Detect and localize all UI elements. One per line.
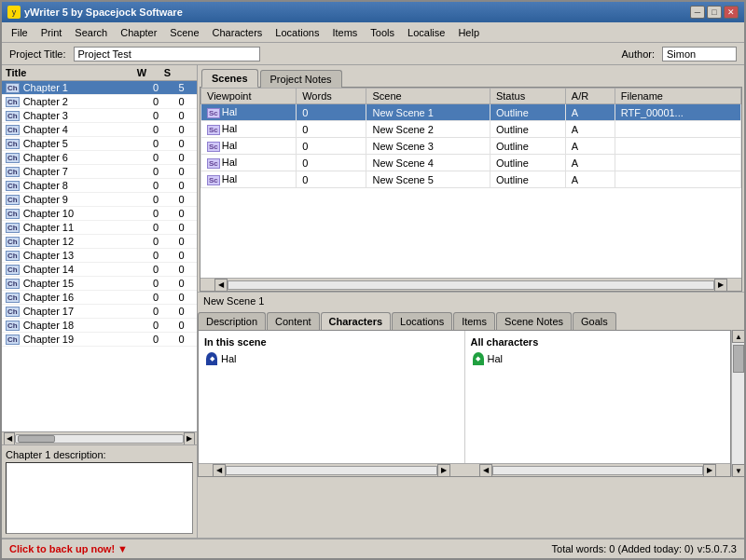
bottom-tab-goals[interactable]: Goals [573, 312, 616, 330]
scenes-scroll-track[interactable] [228, 280, 714, 290]
chapter-row-11[interactable]: Ch Chapter 11 0 0 [2, 221, 197, 235]
menu-locations[interactable]: Locations [269, 25, 325, 40]
chapter-icon-16: Ch [6, 293, 20, 303]
chapter-row-7[interactable]: Ch Chapter 7 0 0 [2, 165, 197, 179]
chapter-row-18[interactable]: Ch Chapter 18 0 0 [2, 319, 197, 333]
tab-scenes[interactable]: Scenes [201, 69, 258, 88]
menu-tools[interactable]: Tools [365, 25, 400, 40]
scene-filename-4 [615, 155, 740, 171]
chapter-row-6[interactable]: Ch Chapter 6 0 0 [2, 151, 197, 165]
bottom-tab-items[interactable]: Items [453, 312, 495, 330]
bottom-scroll-left-l[interactable]: ◀ [213, 464, 226, 477]
menu-chapter[interactable]: Chapter [115, 25, 162, 40]
close-button[interactable]: ✕ [724, 6, 739, 19]
scene-status-1: Outline [490, 104, 565, 121]
chapter-label-14: Chapter 14 [23, 264, 74, 275]
chapter-row-1[interactable]: Ch Chapter 1 0 5 [2, 81, 197, 95]
scene-row-1[interactable]: ScHal 0 New Scene 1 Outline A RTF_00001.… [201, 104, 741, 121]
chapter-row-3[interactable]: Ch Chapter 3 0 0 [2, 109, 197, 123]
bottom-scroll-track-r[interactable] [492, 466, 704, 475]
scroll-right-arrow[interactable]: ▶ [184, 432, 195, 445]
scene-filename-3 [615, 138, 740, 155]
chapter-row-14[interactable]: Ch Chapter 14 0 0 [2, 263, 197, 277]
chapter-name-18: Ch Chapter 18 [6, 320, 142, 331]
bottom-tab-locations[interactable]: Locations [392, 312, 452, 330]
chapter-row-4[interactable]: Ch Chapter 4 0 0 [2, 123, 197, 137]
chapter-label-5: Chapter 5 [23, 138, 68, 149]
menu-help[interactable]: Help [452, 25, 485, 40]
scene-row-2[interactable]: ScHal 0 New Scene 2 Outline A [201, 121, 741, 138]
bottom-scroll-left-r[interactable]: ◀ [479, 464, 492, 477]
chapter-icon-6: Ch [6, 153, 20, 163]
chapter-row-15[interactable]: Ch Chapter 15 0 0 [2, 277, 197, 291]
chapter-name-1: Ch Chapter 1 [6, 82, 142, 93]
chapter-row-8[interactable]: Ch Chapter 8 0 0 [2, 179, 197, 193]
tab-project-notes[interactable]: Project Notes [260, 70, 342, 88]
h-scrollbar-thumb[interactable] [18, 435, 55, 443]
chapter-row-16[interactable]: Ch Chapter 16 0 0 [2, 291, 197, 305]
bottom-content: In this scene ◆ Hal All characters [198, 330, 731, 477]
menu-characters[interactable]: Characters [207, 25, 269, 40]
scene-row-3[interactable]: ScHal 0 New Scene 3 Outline A [201, 138, 741, 155]
chapter-name-5: Ch Chapter 5 [6, 138, 142, 149]
chapter-row-2[interactable]: Ch Chapter 2 0 0 [2, 95, 197, 109]
bottom-scroll-track-l[interactable] [226, 466, 437, 475]
bottom-scroll-thumb-v[interactable] [733, 345, 744, 373]
menu-localise[interactable]: Localise [402, 25, 450, 40]
chapter-row-19[interactable]: Ch Chapter 19 0 0 [2, 333, 197, 347]
chapter-icon-4: Ch [6, 125, 20, 135]
bottom-tab-content[interactable]: Content [267, 312, 320, 330]
menu-search[interactable]: Search [69, 25, 113, 40]
chapter-s-1: 5 [170, 82, 193, 93]
chapter-label-6: Chapter 6 [23, 152, 68, 163]
bottom-scroll-up[interactable]: ▲ [732, 330, 744, 343]
menu-scene[interactable]: Scene [164, 25, 204, 40]
chapter-label-9: Chapter 9 [23, 194, 68, 205]
scroll-left-arrow[interactable]: ◀ [4, 432, 15, 445]
backup-button[interactable]: Click to back up now! ▼ [9, 543, 128, 554]
in-scene-panel: In this scene ◆ Hal [199, 331, 464, 463]
chapter-s-2: 0 [170, 96, 193, 107]
minimize-button[interactable]: ─ [690, 6, 705, 19]
header-title: Title [6, 67, 128, 78]
bottom-scroll-down[interactable]: ▼ [732, 464, 744, 477]
scenes-scroll-right[interactable]: ▶ [714, 279, 727, 292]
char-all-hal[interactable]: ◆ Hal [471, 351, 725, 366]
menu-print[interactable]: Print [35, 25, 68, 40]
scene-ar-4: A [565, 155, 615, 171]
char-in-scene-hal[interactable]: ◆ Hal [204, 351, 459, 366]
menu-items[interactable]: Items [326, 25, 363, 40]
maximize-button[interactable]: □ [707, 6, 722, 19]
scene-words-5: 0 [297, 171, 366, 188]
backup-text: Click to back up now! [9, 543, 115, 554]
chapters-list[interactable]: Ch Chapter 1 0 5 Ch Chapter 2 0 0 Ch Cha… [2, 81, 197, 431]
scene-row-5[interactable]: ScHal 0 New Scene 5 Outline A [201, 171, 741, 188]
chapter-description-area[interactable] [6, 462, 193, 534]
bottom-scroll-right-r[interactable]: ▶ [703, 464, 716, 477]
chapter-label-15: Chapter 15 [23, 278, 74, 289]
menu-file[interactable]: File [6, 25, 34, 40]
scene-name-text: New Scene 1 [203, 295, 264, 307]
chapter-name-11: Ch Chapter 11 [6, 222, 142, 233]
scenes-scroll-left[interactable]: ◀ [214, 279, 228, 292]
bottom-scroll-track-v[interactable] [732, 343, 744, 464]
bottom-tab-characters[interactable]: Characters [321, 312, 391, 330]
scene-row-4[interactable]: ScHal 0 New Scene 4 Outline A [201, 155, 741, 171]
bottom-scroll-right-l[interactable]: ▶ [437, 464, 450, 477]
chapter-w-9: 0 [142, 194, 170, 205]
chapter-row-9[interactable]: Ch Chapter 9 0 0 [2, 193, 197, 207]
chapter-row-17[interactable]: Ch Chapter 17 0 0 [2, 305, 197, 319]
chapter-row-10[interactable]: Ch Chapter 10 0 0 [2, 207, 197, 221]
hal-icon-all: ◆ [473, 352, 484, 365]
chapter-w-19: 0 [142, 334, 170, 345]
left-panel: Title W S Ch Chapter 1 0 5 Ch Chapter 2 … [2, 65, 198, 538]
chapter-row-12[interactable]: Ch Chapter 12 0 0 [2, 235, 197, 249]
h-scrollbar-track[interactable] [15, 434, 184, 444]
scene-viewpoint-3: ScHal [201, 138, 297, 155]
bottom-tab-scene-notes[interactable]: Scene Notes [496, 312, 572, 330]
scenes-table-container[interactable]: Viewpoint Words Scene Status A/R Filenam… [200, 88, 741, 278]
bottom-tab-description[interactable]: Description [198, 312, 266, 330]
window-title: yWriter 5 by Spacejock Software [24, 7, 183, 18]
chapter-row-5[interactable]: Ch Chapter 5 0 0 [2, 137, 197, 151]
chapter-row-13[interactable]: Ch Chapter 13 0 0 [2, 249, 197, 263]
